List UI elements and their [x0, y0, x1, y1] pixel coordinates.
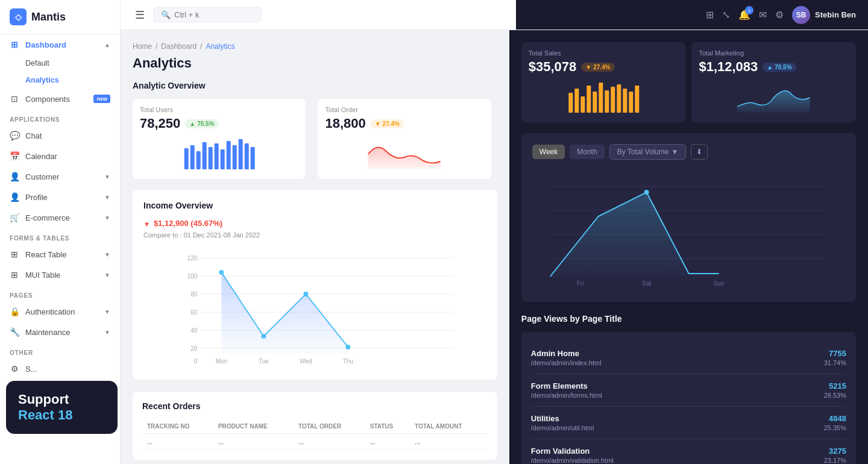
svg-rect-37: [593, 92, 597, 113]
page-view-pct-4: 23.17%: [824, 457, 846, 464]
svg-rect-1: [190, 145, 195, 169]
sidebar-item-react-table[interactable]: ⊞ React Table ▼: [0, 244, 120, 265]
user-profile[interactable]: SB Stebin Ben: [792, 6, 856, 24]
search-icon: 🔍: [161, 10, 171, 19]
svg-rect-38: [599, 83, 603, 113]
svg-rect-6: [221, 149, 225, 169]
default-label: Default: [25, 59, 49, 67]
week-button[interactable]: Week: [532, 145, 565, 159]
svg-rect-39: [605, 90, 609, 113]
maintenance-icon: 🔧: [10, 327, 19, 337]
breadcrumb-home[interactable]: Home: [133, 42, 152, 51]
recent-orders-card: Recent Orders TRACKING NO PRODUCT NAME T…: [133, 392, 497, 460]
svg-text:Sat: Sat: [642, 280, 651, 287]
other-section-label: Other: [0, 342, 120, 359]
income-overview-card: Income Overview ▼ $1,12,900 (45.67%) Com…: [133, 190, 497, 380]
sidebar-item-mui-table[interactable]: ⊞ MUI Table ▼: [0, 265, 120, 285]
download-button[interactable]: ⬇: [691, 144, 708, 160]
svg-text:80: 80: [190, 291, 198, 298]
col-total-order: TOTAL ORDER: [294, 419, 365, 434]
total-sales-label: Total Sales: [529, 49, 679, 57]
svg-text:40: 40: [190, 327, 198, 334]
react-table-icon: ⊞: [10, 249, 19, 259]
sidebar-item-analytics[interactable]: Analytics: [0, 72, 120, 89]
svg-rect-3: [203, 142, 207, 169]
total-users-value: 78,250 ▲ 70.5%: [140, 116, 298, 131]
sidebar-item-default[interactable]: Default: [0, 55, 120, 72]
auth-icon: 🔒: [10, 307, 19, 316]
applications-section-label: Applications: [0, 109, 120, 125]
grid-topbar-icon[interactable]: ⊞: [706, 9, 714, 20]
total-sales-value: $35,078 ▼ 27.4%: [529, 59, 679, 75]
sidebar-item-dashboard[interactable]: ⊞ Dashboard ▲: [0, 34, 120, 55]
col-status: STATUS: [365, 419, 410, 434]
sidebar-item-customer[interactable]: 👤 Customer ▼: [0, 166, 120, 187]
sidebar-item-ecommerce[interactable]: 🛒 E-commerce ▼: [0, 207, 120, 228]
svg-rect-10: [245, 143, 249, 169]
dark-panel: Total Sales $35,078 ▼ 27.4%: [509, 30, 868, 464]
support-title: Support: [18, 392, 105, 407]
sidebar-item-chat[interactable]: 💬 Chat: [0, 125, 120, 146]
main-area: ☰ 🔍 ⊞ ⤡ 🔔 1 ✉ ⚙ SB Stebin Ben: [121, 0, 868, 464]
page-view-url-1: /demo/admin/index.html: [531, 359, 602, 366]
orders-table: TRACKING NO PRODUCT NAME TOTAL ORDER STA…: [142, 419, 488, 450]
svg-rect-5: [215, 143, 219, 169]
analytic-overview-title: Analytic Overview: [133, 81, 497, 90]
page-view-row-3: Utilities /demo/admin/util.html 4848 25.…: [531, 407, 846, 439]
marketing-area-chart: [699, 80, 849, 113]
ecommerce-label: E-commerce: [25, 213, 70, 222]
sidebar-item-authentication[interactable]: 🔒 Authentication ▼: [0, 301, 120, 322]
sidebar-item-calendar[interactable]: 📅 Calendar: [0, 146, 120, 166]
total-marketing-badge: ▲ 70.5%: [763, 63, 796, 72]
page-view-count-1: 7755: [824, 349, 846, 358]
svg-text:Sun: Sun: [714, 280, 725, 287]
page-view-row-2: Form Elements /demo/admin/forms.html 521…: [531, 374, 846, 407]
col-tracking: TRACKING NO: [142, 419, 213, 434]
sidebar-dashboard-label: Dashboard: [25, 40, 66, 49]
notification-button[interactable]: 🔔 1: [738, 9, 750, 20]
page-view-title-3: Utilities: [531, 414, 594, 423]
total-marketing-card: Total Marketing $1,12,083 ▲ 70.5%: [691, 42, 856, 122]
pages-section-label: Pages: [0, 285, 120, 301]
hamburger-button[interactable]: ☰: [133, 6, 147, 24]
chevron-up-icon: ▲: [104, 42, 110, 48]
mail-topbar-icon[interactable]: ✉: [759, 9, 767, 20]
search-box[interactable]: 🔍: [153, 7, 262, 22]
sales-bar-chart: [529, 80, 679, 113]
sidebar-item-components[interactable]: ⊡ Components new: [0, 89, 120, 109]
page-view-title-4: Form Validation: [531, 447, 614, 456]
chevron-down-icon-4: ▼: [104, 251, 110, 258]
page-view-url-2: /demo/admin/forms.html: [531, 392, 602, 399]
volume-button[interactable]: By Total Volume ▼: [609, 144, 687, 160]
calendar-label: Calendar: [25, 152, 57, 161]
svg-point-32: [345, 345, 350, 350]
settings-topbar-icon[interactable]: ⚙: [775, 9, 784, 20]
page-view-count-4: 3275: [824, 447, 846, 456]
customer-icon: 👤: [10, 172, 19, 181]
content-area: Home / Dashboard / Analytics Analytics A…: [121, 30, 868, 464]
sidebar-item-settings[interactable]: ⚙ S...: [0, 359, 120, 379]
svg-text:Mon: Mon: [216, 358, 227, 365]
svg-text:Tue: Tue: [259, 358, 269, 365]
sidebar-logo[interactable]: ◇ Mantis: [0, 0, 120, 34]
topbar-left: ☰ 🔍: [133, 6, 509, 24]
recent-orders-title: Recent Orders: [142, 401, 488, 411]
svg-rect-44: [635, 86, 639, 113]
svg-rect-9: [239, 139, 243, 169]
svg-text:100: 100: [187, 273, 198, 280]
page-view-pct-3: 25.35%: [824, 424, 846, 431]
breadcrumb-dashboard[interactable]: Dashboard: [161, 42, 197, 51]
support-react18-popup[interactable]: Support React 18: [6, 381, 118, 434]
sidebar-item-profile[interactable]: 👤 Profile ▼: [0, 187, 120, 207]
svg-rect-43: [629, 92, 633, 113]
logo-icon: ◇: [10, 8, 27, 25]
expand-topbar-icon[interactable]: ⤡: [722, 9, 730, 20]
month-button[interactable]: Month: [570, 145, 604, 159]
page-view-url-3: /demo/admin/util.html: [531, 424, 594, 431]
sidebar-item-maintenance[interactable]: 🔧 Maintenance ▼: [0, 322, 120, 342]
svg-point-31: [303, 292, 308, 296]
react-table-label: React Table: [25, 250, 66, 259]
search-input[interactable]: [174, 10, 247, 19]
calendar-icon: 📅: [10, 151, 19, 161]
stat-cards-light: Total Users 78,250 ▲ 70.5%: [133, 99, 497, 179]
